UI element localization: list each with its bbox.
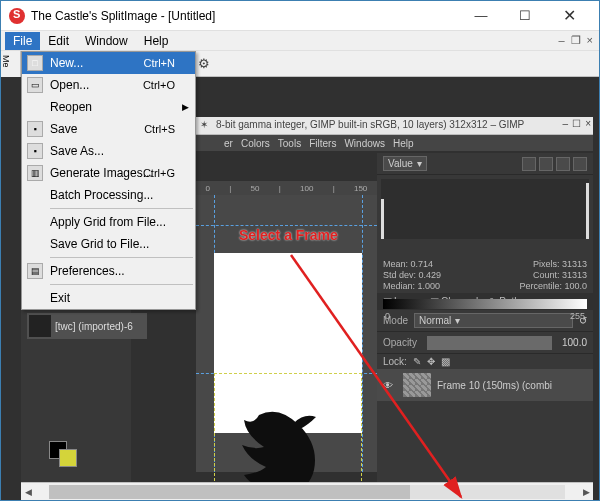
panel-icon[interactable]	[539, 157, 553, 171]
inner-menu-item[interactable]: Tools	[278, 138, 301, 149]
imported-thumbnail	[29, 315, 51, 337]
guide-horizontal	[196, 225, 377, 226]
panel-menu-icon[interactable]	[573, 157, 587, 171]
minimize-button[interactable]: —	[459, 1, 503, 30]
opacity-value: 100.0	[562, 337, 587, 348]
inner-menu-item[interactable]: Filters	[309, 138, 336, 149]
app-icon	[9, 8, 25, 24]
titlebar: The Castle's SplitImage - [Untitled] — ☐…	[1, 1, 599, 31]
annotation-text: Select a Frame	[239, 227, 338, 243]
inner-menu-item[interactable]: Windows	[344, 138, 385, 149]
inner-menu-item[interactable]: Help	[393, 138, 414, 149]
submenu-arrow-icon: ▶	[182, 102, 189, 112]
save-as-icon: ▪	[27, 143, 43, 159]
mdi-controls: – ❐ ×	[558, 34, 593, 47]
color-swatch[interactable]	[49, 441, 79, 465]
imported-layer-entry[interactable]: [twc] (imported)-6	[27, 313, 147, 339]
histogram	[381, 179, 589, 239]
menu-save-grid[interactable]: Save Grid to File...	[22, 233, 195, 255]
gradient-max: 255	[570, 311, 585, 321]
menu-open[interactable]: ▭Open...Ctrl+O	[22, 74, 195, 96]
horizontal-ruler: 0|50|100|150	[196, 181, 377, 195]
menu-save-as[interactable]: ▪Save As...	[22, 140, 195, 162]
inner-close-icon[interactable]: ×	[585, 118, 591, 129]
menu-reopen[interactable]: Reopen▶	[22, 96, 195, 118]
inner-menubar: er Colors Tools Filters Windows Help	[196, 135, 593, 151]
inner-window-title: ✶ 8-bit gamma integer, GIMP built-in sRG…	[196, 117, 593, 135]
window-title: The Castle's SplitImage - [Untitled]	[31, 9, 459, 23]
menu-window[interactable]: Window	[77, 32, 136, 50]
mdi-restore-icon[interactable]: ❐	[571, 34, 581, 47]
menu-apply-grid[interactable]: Apply Grid from File...	[22, 211, 195, 233]
menu-save[interactable]: ▪SaveCtrl+S	[22, 118, 195, 140]
menubar: File Edit Window Help – ❐ ×	[1, 31, 599, 51]
menu-new[interactable]: □New...Ctrl+N	[22, 52, 195, 74]
menu-separator	[50, 208, 193, 209]
preferences-icon: ▤	[27, 263, 43, 279]
menu-edit[interactable]: Edit	[40, 32, 77, 50]
panel-icon[interactable]	[522, 157, 536, 171]
background-color[interactable]	[59, 449, 77, 467]
inner-menu-item[interactable]: Colors	[241, 138, 270, 149]
menu-exit[interactable]: Exit	[22, 287, 195, 309]
menu-separator	[50, 257, 193, 258]
annotation-arrow	[281, 249, 481, 500]
app-window: The Castle's SplitImage - [Untitled] — ☐…	[0, 0, 600, 501]
value-dropdown[interactable]: Value▾	[383, 156, 427, 171]
chevron-down-icon: ▾	[417, 158, 422, 169]
maximize-button[interactable]: ☐	[503, 1, 547, 30]
menu-preferences[interactable]: ▤Preferences...	[22, 260, 195, 282]
menu-help[interactable]: Help	[136, 32, 177, 50]
svg-line-0	[291, 255, 461, 497]
menu-batch-processing[interactable]: Batch Processing...	[22, 184, 195, 206]
generate-icon: ▥	[27, 165, 43, 181]
tool-gear-icon[interactable]: ⚙	[193, 53, 215, 75]
scroll-right-icon[interactable]: ▶	[579, 487, 593, 497]
close-button[interactable]: ✕	[547, 1, 591, 30]
save-icon: ▪	[27, 121, 43, 137]
menu-separator	[50, 284, 193, 285]
menu-file[interactable]: File	[5, 32, 40, 50]
inner-max-icon[interactable]: ☐	[572, 118, 581, 129]
mdi-min-icon[interactable]: –	[558, 34, 564, 47]
mdi-close-icon[interactable]: ×	[587, 34, 593, 47]
inner-menu-item[interactable]: er	[224, 138, 233, 149]
new-icon: □	[27, 55, 43, 71]
file-menu-dropdown: □New...Ctrl+N ▭Open...Ctrl+O Reopen▶ ▪Sa…	[21, 51, 196, 310]
menu-generate-images[interactable]: ▥Generate Images...Ctrl+G	[22, 162, 195, 184]
open-icon: ▭	[27, 77, 43, 93]
panel-icon[interactable]	[556, 157, 570, 171]
scroll-left-icon[interactable]: ◀	[21, 487, 35, 497]
inner-min-icon[interactable]: –	[563, 118, 569, 129]
imported-label: [twc] (imported)-6	[55, 321, 133, 332]
